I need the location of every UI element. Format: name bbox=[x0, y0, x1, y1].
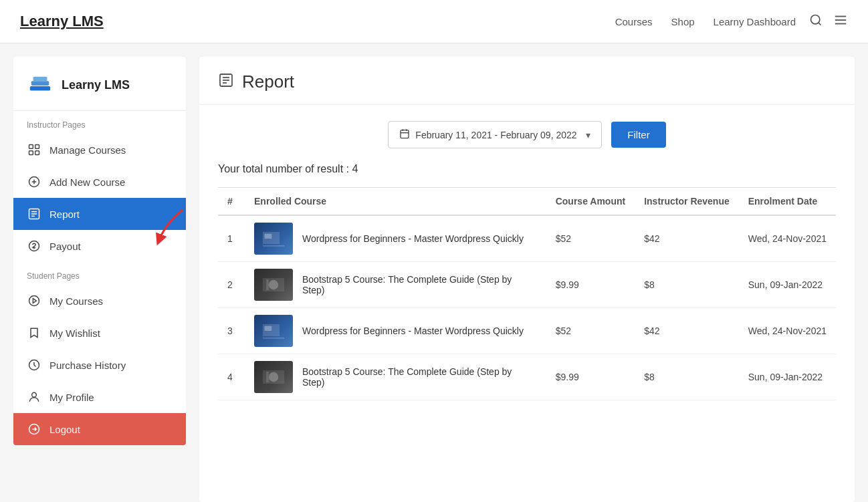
my-courses-icon bbox=[27, 293, 41, 308]
manage-courses-icon bbox=[27, 142, 41, 157]
sidebar-item-add-new-course[interactable]: Add New Course bbox=[13, 166, 186, 198]
svg-point-44 bbox=[269, 372, 278, 382]
topnav-icons bbox=[809, 13, 848, 31]
date-range-picker[interactable]: February 11, 2021 - February 09, 2022 ▾ bbox=[388, 121, 602, 148]
col-course: Enrolled Course bbox=[245, 188, 546, 216]
row-course: Bootstrap 5 Course: The Complete Guide (… bbox=[245, 354, 546, 400]
course-thumbnail bbox=[254, 269, 293, 301]
svg-rect-30 bbox=[401, 130, 409, 138]
student-section-label: Student Pages bbox=[13, 262, 186, 285]
table-row: 4 Bootstrap 5 Course: The Complete Gu bbox=[218, 354, 836, 400]
sidebar-item-manage-courses[interactable]: Manage Courses bbox=[13, 134, 186, 166]
svg-rect-6 bbox=[31, 81, 49, 86]
svg-rect-39 bbox=[266, 279, 269, 290]
svg-point-0 bbox=[811, 15, 820, 23]
sidebar-item-my-courses[interactable]: My Courses bbox=[13, 285, 186, 317]
row-num: 1 bbox=[218, 215, 245, 262]
table-row: 1 Wordpress for Beginners - Master Wo bbox=[218, 215, 836, 262]
page-header: Report bbox=[199, 57, 855, 105]
row-course: Wordpress for Beginners - Master Wordpre… bbox=[245, 215, 546, 262]
course-name: Bootstrap 5 Course: The Complete Guide (… bbox=[302, 274, 537, 295]
row-revenue: $8 bbox=[635, 354, 739, 400]
svg-rect-45 bbox=[266, 372, 269, 382]
row-amount: $52 bbox=[546, 308, 635, 354]
sidebar-item-payout[interactable]: Payout bbox=[13, 230, 186, 262]
sidebar-brand-name: Learny LMS bbox=[62, 78, 130, 92]
sidebar: Learny LMS Instructor Pages Manage Cours… bbox=[13, 57, 186, 445]
profile-icon bbox=[27, 390, 41, 404]
course-thumbnail bbox=[254, 315, 293, 347]
svg-point-38 bbox=[269, 280, 278, 289]
sidebar-item-purchase-history[interactable]: Purchase History bbox=[13, 349, 186, 381]
report-header-icon bbox=[218, 72, 234, 92]
topnav-links: Courses Shop Learny Dashboard bbox=[615, 16, 796, 27]
course-name: Wordpress for Beginners - Master Wordpre… bbox=[302, 326, 524, 336]
dropdown-arrow-icon: ▾ bbox=[586, 130, 590, 140]
table-row: 3 Wordpress for Beginners - Master Wo bbox=[218, 308, 836, 354]
calendar-icon bbox=[399, 128, 410, 141]
svg-rect-11 bbox=[35, 151, 39, 155]
course-name: Wordpress for Beginners - Master Wordpre… bbox=[302, 233, 524, 244]
page-title: Report bbox=[242, 72, 294, 92]
sidebar-item-my-profile[interactable]: My Profile bbox=[13, 381, 186, 413]
row-date: Sun, 09-Jan-2022 bbox=[739, 354, 836, 400]
nav-dashboard[interactable]: Learny Dashboard bbox=[714, 16, 796, 27]
filter-button[interactable]: Filter bbox=[611, 122, 665, 148]
col-amount: Course Amount bbox=[546, 188, 635, 216]
row-date: Sun, 09-Jan-2022 bbox=[739, 262, 836, 308]
nav-shop[interactable]: Shop bbox=[671, 16, 695, 27]
svg-rect-8 bbox=[29, 145, 33, 149]
row-num: 3 bbox=[218, 308, 245, 354]
svg-rect-42 bbox=[263, 338, 284, 339]
svg-marker-22 bbox=[33, 299, 36, 303]
row-revenue: $42 bbox=[635, 215, 739, 262]
course-thumbnail bbox=[254, 361, 293, 393]
svg-point-21 bbox=[29, 296, 39, 306]
svg-rect-7 bbox=[33, 77, 47, 82]
result-count: Your total number of result : 4 bbox=[218, 163, 836, 175]
row-course: Wordpress for Beginners - Master Wordpre… bbox=[245, 308, 546, 354]
main-content: Report February 11, 2021 - February 09, … bbox=[199, 57, 855, 502]
row-date: Wed, 24-Nov-2021 bbox=[739, 215, 836, 262]
main-layout: Learny LMS Instructor Pages Manage Cours… bbox=[0, 43, 868, 502]
svg-rect-5 bbox=[30, 86, 50, 91]
svg-line-1 bbox=[819, 22, 821, 25]
logout-icon bbox=[27, 422, 41, 436]
report-icon bbox=[27, 207, 41, 221]
row-amount: $52 bbox=[546, 215, 635, 262]
content-area: February 11, 2021 - February 09, 2022 ▾ … bbox=[199, 105, 855, 416]
svg-rect-10 bbox=[29, 151, 33, 155]
row-date: Wed, 24-Nov-2021 bbox=[739, 308, 836, 354]
row-amount: $9.99 bbox=[546, 354, 635, 400]
topnav-logo[interactable]: Learny LMS bbox=[20, 13, 104, 30]
svg-point-24 bbox=[32, 392, 37, 397]
svg-rect-36 bbox=[263, 245, 284, 247]
row-amount: $9.99 bbox=[546, 262, 635, 308]
sidebar-item-my-wishlist[interactable]: My Wishlist bbox=[13, 317, 186, 349]
row-revenue: $8 bbox=[635, 262, 739, 308]
search-icon[interactable] bbox=[809, 13, 823, 30]
row-num: 2 bbox=[218, 262, 245, 308]
row-course: Bootstrap 5 Course: The Complete Guide (… bbox=[245, 262, 546, 308]
sidebar-item-report[interactable]: Report bbox=[13, 198, 186, 230]
wishlist-icon bbox=[27, 326, 41, 340]
sidebar-brand: Learny LMS bbox=[13, 57, 186, 111]
filter-bar: February 11, 2021 - February 09, 2022 ▾ … bbox=[218, 121, 836, 148]
col-date: Enrolment Date bbox=[739, 188, 836, 216]
date-range-text: February 11, 2021 - February 09, 2022 bbox=[415, 130, 576, 140]
svg-rect-9 bbox=[35, 145, 39, 149]
menu-icon[interactable] bbox=[833, 13, 848, 31]
report-table: # Enrolled Course Course Amount Instruct… bbox=[218, 187, 836, 400]
col-revenue: Instructor Revenue bbox=[635, 188, 739, 216]
svg-rect-35 bbox=[265, 234, 272, 239]
nav-courses[interactable]: Courses bbox=[615, 16, 653, 27]
purchase-history-icon bbox=[27, 358, 41, 372]
course-thumbnail bbox=[254, 223, 293, 255]
sidebar-item-logout[interactable]: Logout bbox=[13, 413, 186, 445]
top-navigation: Learny LMS Courses Shop Learny Dashboard bbox=[0, 0, 868, 43]
payout-icon bbox=[27, 239, 41, 253]
course-name: Bootstrap 5 Course: The Complete Guide (… bbox=[302, 366, 537, 388]
instructor-section-label: Instructor Pages bbox=[13, 111, 186, 134]
row-num: 4 bbox=[218, 354, 245, 400]
brand-icon bbox=[27, 72, 53, 98]
